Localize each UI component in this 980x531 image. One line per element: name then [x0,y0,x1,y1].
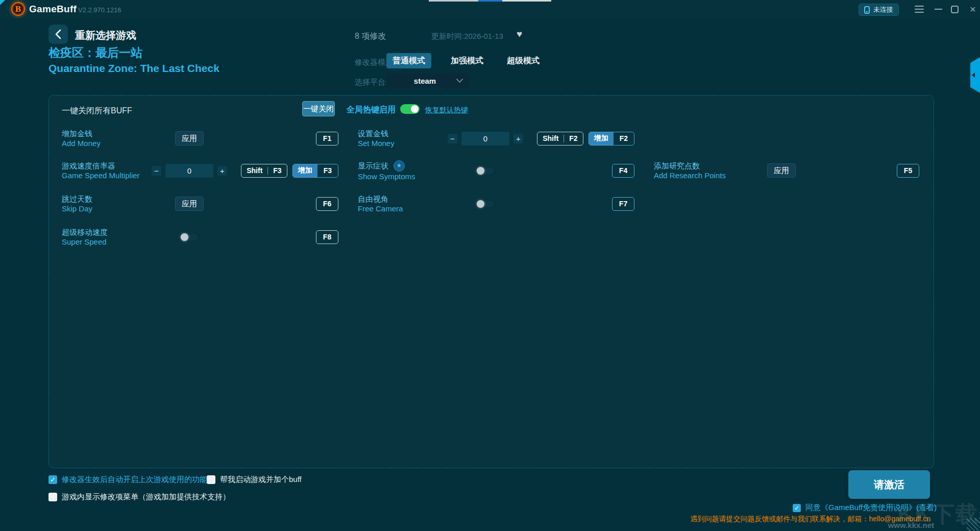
star-badge-icon: ★ [394,160,405,172]
connection-status-label: 未连接 [873,5,893,14]
feature-super-speed: 超级移动速度 Super Speed F8 [62,224,358,250]
toggle-switch[interactable] [180,233,199,242]
tab-enhanced-mode[interactable]: 加强模式 [447,53,487,68]
global-hotkey-toggle[interactable] [400,104,420,114]
hotkey-f7[interactable]: F7 [612,197,634,211]
heart-icon[interactable]: ♥ [517,29,522,40]
auto-enable-label[interactable]: 修改器生效后自动开启上次游戏使用的功能 [62,475,207,485]
feature-show-symptoms: 显示症状 ★ Show Symptoms F4 [358,157,654,184]
feature-name-en: Game Speed Multiplier [62,171,149,180]
toggle-switch[interactable] [476,200,495,208]
corner-stripes [967,518,980,531]
feature-label: 跳过天数 Skip Day [62,194,149,213]
feature-label: 添加研究点数 Add Research Points [654,161,741,180]
checkbox-checked[interactable]: ✓ [48,475,57,484]
feature-label: 超级移动速度 Super Speed [62,227,149,247]
corner-accent [0,0,5,5]
app-title: GameBuff [29,4,77,15]
toggle-switch[interactable] [476,166,495,175]
close-icon[interactable]: × [967,3,979,16]
chevron-left-icon [55,29,61,39]
feature-name-en: Skip Day [62,204,149,213]
increment-button[interactable]: + [217,166,227,176]
feature-label: 显示症状 ★ Show Symptoms [358,160,445,181]
hotkey-f5[interactable]: F5 [897,164,919,178]
update-time: 更新时间:2026-01-13 [431,32,503,41]
value-input[interactable] [461,132,509,146]
platform-label: 选择平台: [355,78,387,87]
feature-name-cn: 自由视角 [358,194,445,204]
minimize-icon[interactable] [933,4,943,14]
feature-skip-day: 跳过天数 Skip Day 应用 F6 [62,190,358,217]
activate-button[interactable]: 请激活 [848,470,930,499]
hotkey-increase-f3[interactable]: 增加 F3 [292,164,338,178]
restore-default-hotkeys-link[interactable]: 恢复默认热键 [425,106,468,115]
chevron-down-icon [456,79,463,83]
tab-super-mode[interactable]: 超级模式 [503,53,544,68]
increment-button[interactable]: + [513,134,523,143]
feature-name-cn: 添加研究点数 [654,161,741,171]
feature-label: 增加金钱 Add Money [62,129,149,148]
increase-label: 增加 [293,164,317,177]
hotkey-increase-f2[interactable]: 增加 F2 [589,132,634,146]
launch-buff-label[interactable]: 帮我启动游戏并加个buff [220,475,302,485]
feature-name-cn: 增加金钱 [62,129,149,138]
checkbox-checked[interactable]: ✓ [793,504,801,512]
feature-name-cn: 游戏速度倍率器 [62,161,149,171]
hamburger-menu-icon[interactable] [914,5,925,14]
feature-name-cn-text: 显示症状 [358,161,388,171]
side-panel-pull-tab[interactable] [970,57,980,93]
features-panel: 一键关闭所有BUFF 一键关闭 全局热键启用 恢复默认热键 增加金钱 Add M… [48,95,934,468]
hotkey-key: F2 [564,134,582,142]
feature-name-cn: 显示症状 ★ [358,160,445,172]
feature-add-research-points: 添加研究点数 Add Research Points 应用 F5 [654,157,932,184]
back-button[interactable] [48,25,68,44]
checkbox-unchecked[interactable] [207,475,215,484]
arrow-left-icon [972,73,975,78]
feature-name-en: Add Research Points [654,171,741,180]
platform-select[interactable]: steam [386,74,469,88]
ingame-menu-label[interactable]: 游戏内显示修改项菜单（游戏加加提供技术支持） [62,492,230,502]
ingame-menu-checkbox-row: 游戏内显示修改项菜单（游戏加加提供技术支持） [48,492,230,502]
global-hotkey-label: 全局热键启用 [347,105,396,115]
top-edge-strip [429,0,551,2]
tab-normal-mode[interactable]: 普通模式 [386,53,431,68]
checkbox-unchecked[interactable] [48,493,57,501]
mod-count: 8 项修改 [355,31,386,42]
app-version: V2.2.970.1216 [78,6,121,14]
connection-status-button[interactable]: 未连接 [859,4,899,16]
feature-name-en: Free Camera [358,204,445,213]
hotkey-f1[interactable]: F1 [316,132,338,146]
hotkey-f6[interactable]: F6 [316,197,338,211]
game-title-cn: 检疫区：最后一站 [48,45,142,61]
hotkey-f4[interactable]: F4 [612,164,634,178]
auto-enable-checkbox-row: ✓ 修改器生效后自动开启上次游戏使用的功能 [48,475,207,485]
decrement-button[interactable]: − [448,134,457,143]
hotkey-modifier: Shift [537,134,564,142]
hotkey-f8[interactable]: F8 [316,230,338,244]
mode-tabs: 普通模式 加强模式 超级模式 [386,53,544,68]
hotkey-shift-f3[interactable]: Shift F3 [241,164,287,178]
apply-button[interactable]: 应用 [767,163,796,178]
close-all-button[interactable]: 一键关闭 [302,101,335,116]
game-title-en: Quarantine Zone: The Last Check [48,62,219,75]
hotkey-modifier: Shift [241,166,267,175]
apply-button[interactable]: 应用 [175,197,204,211]
apply-button[interactable]: 应用 [175,131,204,146]
increase-label: 增加 [589,132,614,145]
toggle-knob [477,200,484,208]
hotkey-shift-f2[interactable]: Shift F2 [537,132,583,146]
watermark-site: www.kkx.net [888,521,934,529]
titlebar: B GameBuff V2.2.970.1216 未连接 × [0,0,980,18]
feature-name-en: Show Symptoms [358,172,445,181]
page-title: 重新选择游戏 [75,29,136,42]
feature-set-money: 设置金钱 Set Money − + Shift F2 增加 F2 [358,125,654,152]
gamebuff-logo-icon: B [11,2,25,16]
value-input[interactable] [165,164,213,178]
decrement-button[interactable]: − [152,166,161,176]
hotkey-key: F3 [268,166,286,175]
launch-buff-checkbox-row: 帮我启动游戏并加个buff [207,475,302,485]
feature-label: 游戏速度倍率器 Game Speed Multiplier [62,161,149,180]
feature-name-cn: 设置金钱 [358,129,445,138]
maximize-icon[interactable] [949,4,960,14]
